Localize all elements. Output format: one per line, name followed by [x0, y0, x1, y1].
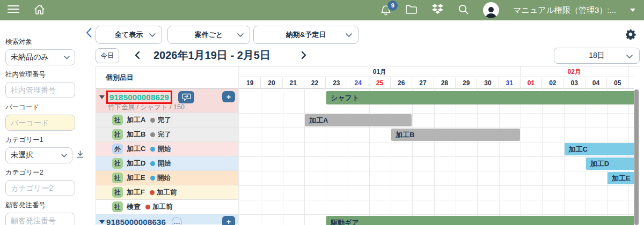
today-button[interactable]: 今日 [96, 48, 119, 63]
barcode-label: バーコード [5, 103, 84, 112]
notification-count-badge: 9 [387, 1, 398, 11]
period-length-value: 18日 [589, 51, 605, 61]
gantt-month-label: 02月 [521, 66, 629, 77]
dropbox-icon[interactable] [431, 4, 444, 17]
chevron-down-icon [346, 33, 352, 38]
process-row[interactable]: 社検査加工前 [96, 199, 238, 214]
notifications-bell-icon[interactable]: 9 [380, 5, 391, 16]
category2-input[interactable] [5, 180, 75, 196]
vertical-scrollbar[interactable] [634, 89, 639, 225]
grid-line [239, 142, 634, 142]
owner-badge: 社 [112, 201, 123, 212]
apply-down-icon[interactable] [77, 151, 84, 160]
grid-line [456, 89, 456, 225]
collapse-triangle-icon[interactable] [99, 95, 105, 99]
process-row[interactable]: 社加工F加工前 [96, 185, 238, 199]
item-number[interactable]: 9185000008636 [106, 218, 166, 225]
collapse-triangle-icon[interactable] [99, 220, 105, 224]
owner-badge: 社 [112, 187, 123, 198]
ellipsis-menu-icon[interactable]: … [172, 217, 182, 225]
add-process-button[interactable]: + [222, 216, 235, 225]
grid-line [412, 89, 413, 225]
add-process-button[interactable]: + [222, 91, 235, 102]
gantt-day-label: 25 [369, 78, 391, 89]
gantt-chart: 01月02月 192021222324252627282930310102030… [239, 66, 634, 225]
gantt-bar[interactable]: 加工A [305, 114, 412, 126]
search-target-value: 未納品のみ [11, 52, 49, 62]
gantt-day-label: 02 [542, 78, 564, 89]
gantt-bar[interactable]: 加工B [391, 129, 520, 141]
comment-sync-button[interactable] [178, 91, 194, 103]
gantt-bar[interactable]: 駆動ギア [326, 216, 634, 225]
search-target-select[interactable]: 未納品のみ [5, 49, 75, 65]
gantt-bar[interactable]: シャフト [326, 91, 634, 104]
process-status: 完了 [157, 130, 171, 139]
process-row[interactable]: 社加工D開始 [96, 156, 238, 170]
status-dot-icon [150, 161, 155, 166]
chevron-down-icon [626, 55, 633, 59]
gantt-day-label: 28 [434, 78, 456, 89]
status-dot-icon [150, 118, 155, 123]
category1-select[interactable]: 未選択 [5, 147, 72, 163]
gantt-day-label: 24 [348, 78, 369, 89]
process-row[interactable]: 社加工A完了 [96, 112, 238, 127]
chevron-down-icon [237, 33, 244, 38]
grid-line [391, 89, 391, 225]
gantt-day-row: 192021222324252627282930310102030405 [239, 78, 634, 89]
gantt-bar[interactable]: 加工D [586, 158, 634, 170]
gantt-bar[interactable]: 加工E [608, 172, 634, 184]
process-status: 開始 [157, 145, 171, 154]
folder-icon[interactable] [405, 4, 418, 17]
grid-line [239, 113, 634, 114]
gantt-day-label: 04 [586, 78, 607, 89]
grid-line [304, 89, 305, 225]
gantt-day-label: 21 [283, 78, 304, 89]
barcode-input[interactable] [5, 115, 75, 131]
date-mode-filter-value: 納期&予定日 [286, 30, 326, 40]
display-filter-select[interactable]: 全て表示 [96, 26, 162, 44]
gantt-day-label: 27 [412, 78, 434, 89]
item-number-highlighted[interactable]: 9185000008629 [106, 91, 172, 104]
category1-value: 未選択 [11, 151, 33, 160]
gantt-day-label: 26 [391, 78, 412, 89]
next-period-chevron-icon[interactable] [301, 51, 307, 62]
date-mode-filter-select[interactable]: 納期&予定日 [253, 26, 358, 44]
category2-label: カテゴリー2 [5, 168, 84, 177]
group-row-1[interactable]: 9185000008629 + 竹下金属 / シャフト / 150 [96, 89, 238, 112]
grouping-filter-value: 案件ごと [195, 30, 223, 40]
process-name: 加工E [127, 173, 145, 183]
gantt-bar[interactable]: 加工C [565, 143, 634, 155]
settings-gear-icon[interactable] [625, 29, 636, 42]
period-length-select[interactable]: 18日 [554, 48, 640, 64]
process-row[interactable]: 社加工B完了 [96, 127, 238, 141]
top-bar: 9 マニュアル権限（管理3）:... [0, 0, 644, 20]
item-list-panel: 個別品目 9185000008629 + 竹下金属 / シャフト / 150 社… [96, 66, 239, 225]
grid-line [521, 89, 521, 225]
prev-period-chevron-icon[interactable] [134, 51, 140, 62]
process-row[interactable]: 社加工E開始 [96, 170, 238, 185]
grid-line [261, 89, 261, 225]
owner-badge: 社 [112, 158, 123, 169]
gantt-day-label: 05 [607, 78, 628, 89]
avatar[interactable] [483, 2, 499, 18]
process-row[interactable]: 外加工C開始 [96, 141, 238, 156]
process-name: 加工A [127, 115, 145, 125]
collapse-sidebar-chevron-icon[interactable] [85, 27, 92, 40]
group-row-2[interactable]: 9185000008636 … + [96, 214, 238, 224]
internal-number-input[interactable] [5, 82, 75, 98]
grid-line [542, 89, 543, 225]
customer-order-input[interactable] [5, 213, 75, 225]
gantt-day-label: 20 [261, 78, 282, 89]
menu-icon[interactable] [8, 5, 19, 16]
user-menu-label[interactable]: マニュアル権限（管理3）:... [513, 5, 616, 16]
gantt-day-label [628, 78, 634, 89]
scrollbar-thumb[interactable] [634, 89, 639, 225]
chevron-down-icon[interactable] [630, 9, 635, 12]
home-icon[interactable] [33, 4, 46, 17]
grid-line [369, 89, 370, 225]
status-dot-icon [150, 190, 155, 195]
gantt-month-row: 01月02月 [239, 66, 634, 77]
grouping-filter-select[interactable]: 案件ごと [167, 26, 250, 44]
search-icon[interactable] [458, 4, 469, 17]
group-subtitle: 竹下金属 / シャフト / 150 [98, 103, 238, 112]
